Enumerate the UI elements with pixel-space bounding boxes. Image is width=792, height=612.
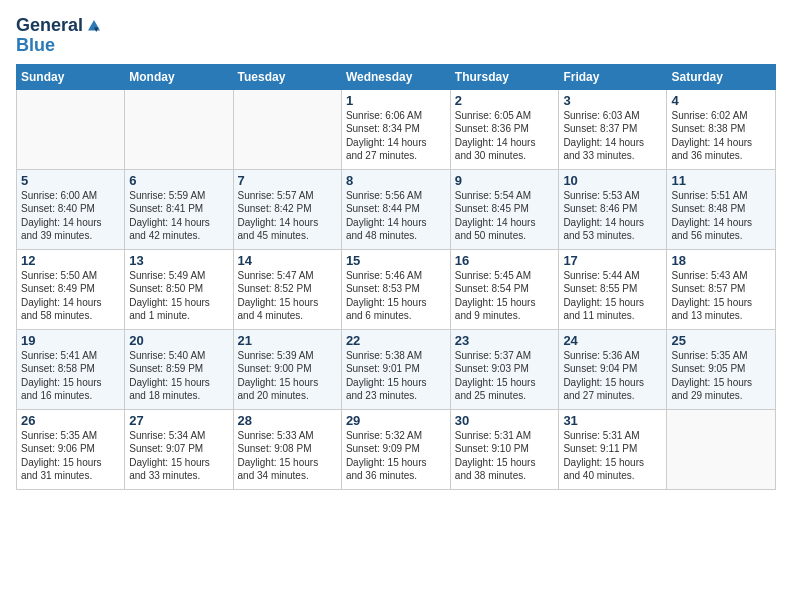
day-info: Sunrise: 6:06 AMSunset: 8:34 PMDaylight:… [346,109,446,163]
day-info: Sunrise: 6:02 AMSunset: 8:38 PMDaylight:… [671,109,771,163]
day-cell: 11Sunrise: 5:51 AMSunset: 8:48 PMDayligh… [667,169,776,249]
day-cell: 29Sunrise: 5:32 AMSunset: 9:09 PMDayligh… [341,409,450,489]
day-number: 8 [346,173,446,188]
day-cell: 31Sunrise: 5:31 AMSunset: 9:11 PMDayligh… [559,409,667,489]
day-info: Sunrise: 5:37 AMSunset: 9:03 PMDaylight:… [455,349,555,403]
day-number: 23 [455,333,555,348]
header-cell-saturday: Saturday [667,64,776,89]
header-cell-friday: Friday [559,64,667,89]
calendar-table: SundayMondayTuesdayWednesdayThursdayFrid… [16,64,776,490]
day-number: 14 [238,253,337,268]
day-info: Sunrise: 5:34 AMSunset: 9:07 PMDaylight:… [129,429,228,483]
day-cell [17,89,125,169]
day-cell: 13Sunrise: 5:49 AMSunset: 8:50 PMDayligh… [125,249,233,329]
day-info: Sunrise: 5:31 AMSunset: 9:11 PMDaylight:… [563,429,662,483]
day-info: Sunrise: 5:31 AMSunset: 9:10 PMDaylight:… [455,429,555,483]
day-info: Sunrise: 5:57 AMSunset: 8:42 PMDaylight:… [238,189,337,243]
day-info: Sunrise: 5:35 AMSunset: 9:05 PMDaylight:… [671,349,771,403]
week-row-2: 5Sunrise: 6:00 AMSunset: 8:40 PMDaylight… [17,169,776,249]
day-info: Sunrise: 5:51 AMSunset: 8:48 PMDaylight:… [671,189,771,243]
logo: General Blue [16,16,103,56]
week-row-1: 1Sunrise: 6:06 AMSunset: 8:34 PMDaylight… [17,89,776,169]
day-cell: 23Sunrise: 5:37 AMSunset: 9:03 PMDayligh… [450,329,559,409]
day-info: Sunrise: 5:35 AMSunset: 9:06 PMDaylight:… [21,429,120,483]
day-cell: 21Sunrise: 5:39 AMSunset: 9:00 PMDayligh… [233,329,341,409]
day-info: Sunrise: 5:40 AMSunset: 8:59 PMDaylight:… [129,349,228,403]
page-header: General Blue [16,16,776,56]
logo-text-general: General [16,16,83,36]
day-number: 20 [129,333,228,348]
day-number: 28 [238,413,337,428]
day-cell: 15Sunrise: 5:46 AMSunset: 8:53 PMDayligh… [341,249,450,329]
header-cell-tuesday: Tuesday [233,64,341,89]
day-info: Sunrise: 5:45 AMSunset: 8:54 PMDaylight:… [455,269,555,323]
day-info: Sunrise: 5:46 AMSunset: 8:53 PMDaylight:… [346,269,446,323]
day-number: 24 [563,333,662,348]
day-number: 12 [21,253,120,268]
week-row-3: 12Sunrise: 5:50 AMSunset: 8:49 PMDayligh… [17,249,776,329]
day-info: Sunrise: 5:38 AMSunset: 9:01 PMDaylight:… [346,349,446,403]
day-cell: 4Sunrise: 6:02 AMSunset: 8:38 PMDaylight… [667,89,776,169]
day-number: 7 [238,173,337,188]
day-cell: 25Sunrise: 5:35 AMSunset: 9:05 PMDayligh… [667,329,776,409]
day-cell: 2Sunrise: 6:05 AMSunset: 8:36 PMDaylight… [450,89,559,169]
day-number: 22 [346,333,446,348]
day-cell: 6Sunrise: 5:59 AMSunset: 8:41 PMDaylight… [125,169,233,249]
header-cell-wednesday: Wednesday [341,64,450,89]
day-info: Sunrise: 5:44 AMSunset: 8:55 PMDaylight:… [563,269,662,323]
day-info: Sunrise: 5:59 AMSunset: 8:41 PMDaylight:… [129,189,228,243]
day-cell [667,409,776,489]
day-number: 9 [455,173,555,188]
day-number: 19 [21,333,120,348]
day-info: Sunrise: 6:05 AMSunset: 8:36 PMDaylight:… [455,109,555,163]
day-number: 17 [563,253,662,268]
day-info: Sunrise: 5:49 AMSunset: 8:50 PMDaylight:… [129,269,228,323]
day-cell [125,89,233,169]
day-cell: 9Sunrise: 5:54 AMSunset: 8:45 PMDaylight… [450,169,559,249]
day-info: Sunrise: 5:32 AMSunset: 9:09 PMDaylight:… [346,429,446,483]
day-info: Sunrise: 5:47 AMSunset: 8:52 PMDaylight:… [238,269,337,323]
day-number: 13 [129,253,228,268]
day-info: Sunrise: 5:43 AMSunset: 8:57 PMDaylight:… [671,269,771,323]
day-cell [233,89,341,169]
header-row: SundayMondayTuesdayWednesdayThursdayFrid… [17,64,776,89]
day-cell: 20Sunrise: 5:40 AMSunset: 8:59 PMDayligh… [125,329,233,409]
day-number: 29 [346,413,446,428]
day-cell: 19Sunrise: 5:41 AMSunset: 8:58 PMDayligh… [17,329,125,409]
day-info: Sunrise: 6:03 AMSunset: 8:37 PMDaylight:… [563,109,662,163]
day-cell: 3Sunrise: 6:03 AMSunset: 8:37 PMDaylight… [559,89,667,169]
svg-marker-0 [88,20,100,31]
day-cell: 22Sunrise: 5:38 AMSunset: 9:01 PMDayligh… [341,329,450,409]
week-row-5: 26Sunrise: 5:35 AMSunset: 9:06 PMDayligh… [17,409,776,489]
day-cell: 24Sunrise: 5:36 AMSunset: 9:04 PMDayligh… [559,329,667,409]
day-cell: 18Sunrise: 5:43 AMSunset: 8:57 PMDayligh… [667,249,776,329]
day-cell: 1Sunrise: 6:06 AMSunset: 8:34 PMDaylight… [341,89,450,169]
day-number: 30 [455,413,555,428]
day-cell: 7Sunrise: 5:57 AMSunset: 8:42 PMDaylight… [233,169,341,249]
week-row-4: 19Sunrise: 5:41 AMSunset: 8:58 PMDayligh… [17,329,776,409]
day-cell: 28Sunrise: 5:33 AMSunset: 9:08 PMDayligh… [233,409,341,489]
day-number: 16 [455,253,555,268]
day-number: 31 [563,413,662,428]
day-number: 5 [21,173,120,188]
day-number: 15 [346,253,446,268]
day-info: Sunrise: 5:39 AMSunset: 9:00 PMDaylight:… [238,349,337,403]
day-number: 21 [238,333,337,348]
day-info: Sunrise: 5:53 AMSunset: 8:46 PMDaylight:… [563,189,662,243]
logo-icon [85,17,103,35]
day-number: 18 [671,253,771,268]
day-number: 2 [455,93,555,108]
day-cell: 16Sunrise: 5:45 AMSunset: 8:54 PMDayligh… [450,249,559,329]
day-cell: 26Sunrise: 5:35 AMSunset: 9:06 PMDayligh… [17,409,125,489]
day-number: 4 [671,93,771,108]
day-cell: 12Sunrise: 5:50 AMSunset: 8:49 PMDayligh… [17,249,125,329]
day-cell: 27Sunrise: 5:34 AMSunset: 9:07 PMDayligh… [125,409,233,489]
day-info: Sunrise: 5:41 AMSunset: 8:58 PMDaylight:… [21,349,120,403]
day-cell: 5Sunrise: 6:00 AMSunset: 8:40 PMDaylight… [17,169,125,249]
day-info: Sunrise: 5:54 AMSunset: 8:45 PMDaylight:… [455,189,555,243]
day-number: 26 [21,413,120,428]
day-cell: 8Sunrise: 5:56 AMSunset: 8:44 PMDaylight… [341,169,450,249]
header-cell-sunday: Sunday [17,64,125,89]
day-info: Sunrise: 5:50 AMSunset: 8:49 PMDaylight:… [21,269,120,323]
day-cell: 17Sunrise: 5:44 AMSunset: 8:55 PMDayligh… [559,249,667,329]
